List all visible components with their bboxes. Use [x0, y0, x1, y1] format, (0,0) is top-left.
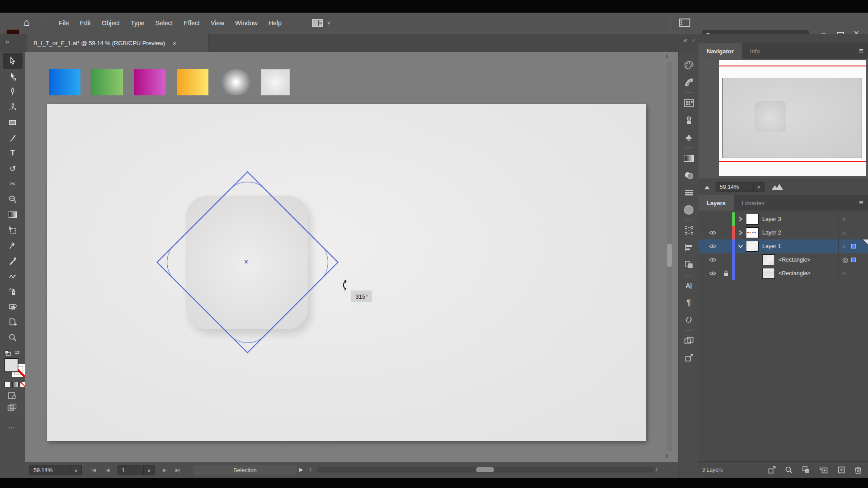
- target-circle-icon[interactable]: ○: [842, 243, 851, 250]
- zoom-in-icon[interactable]: [771, 183, 784, 191]
- transform-panel-icon[interactable]: [679, 222, 699, 239]
- stroke-panel-icon[interactable]: [679, 184, 699, 201]
- clipping-mask-icon[interactable]: [802, 466, 810, 474]
- selection-tool[interactable]: [3, 53, 23, 69]
- opentype-panel-icon[interactable]: O: [679, 311, 699, 328]
- shaper-tool[interactable]: [3, 268, 23, 284]
- horizontal-scrollbar-thumb[interactable]: [476, 467, 494, 472]
- object-name[interactable]: <Rectangle>: [778, 257, 838, 263]
- canvas-area[interactable]: x 315° ∧ ∨: [25, 52, 678, 462]
- layer-name[interactable]: Layer 3: [762, 216, 838, 222]
- zoom-tool[interactable]: [3, 330, 23, 345]
- shape-builder-tool[interactable]: [3, 299, 23, 314]
- character-panel-icon[interactable]: A|: [679, 277, 699, 294]
- artboard-dropdown-icon[interactable]: ∨: [144, 465, 155, 475]
- gradient-panel-icon[interactable]: [679, 150, 699, 167]
- hscroll-right-icon[interactable]: ›: [656, 465, 658, 473]
- swap-fill-stroke-icon[interactable]: ⇄: [15, 349, 19, 356]
- layer-row-layer1[interactable]: Layer 1 ○: [698, 239, 868, 253]
- tab-info[interactable]: Info: [742, 43, 768, 59]
- appearance-panel-icon[interactable]: [679, 201, 699, 218]
- status-menu-icon[interactable]: ▶: [299, 467, 303, 473]
- layer-thumbnail[interactable]: [746, 227, 759, 238]
- rectangle-tool[interactable]: [3, 115, 23, 130]
- fill-color-well[interactable]: [5, 358, 18, 372]
- visibility-toggle[interactable]: [705, 271, 720, 276]
- visibility-toggle[interactable]: [705, 230, 720, 235]
- delete-layer-icon[interactable]: [854, 466, 862, 474]
- navigator-preview[interactable]: [698, 59, 868, 178]
- pathfinder-panel-icon[interactable]: [679, 256, 699, 273]
- align-panel-icon[interactable]: [679, 239, 699, 256]
- object-name[interactable]: <Rectangle>: [778, 270, 838, 277]
- panel-toggle-icon[interactable]: [679, 19, 690, 27]
- symbol-sprayer-tool[interactable]: [3, 284, 23, 299]
- artboard-number-field[interactable]: 1: [118, 465, 144, 475]
- target-circle-icon[interactable]: ○: [842, 270, 851, 277]
- pen-tool[interactable]: [3, 84, 23, 99]
- layer-name[interactable]: Layer 2: [762, 230, 838, 236]
- toolbar-flyout-icon[interactable]: »: [5, 38, 9, 45]
- new-layer-icon[interactable]: [837, 466, 845, 474]
- asset-export-panel-icon[interactable]: [679, 349, 699, 366]
- selection-indicator[interactable]: [851, 244, 856, 249]
- scroll-down-icon[interactable]: ∨: [665, 452, 669, 459]
- menu-edit[interactable]: Edit: [75, 13, 96, 34]
- color-mode-gradient[interactable]: [12, 382, 19, 387]
- previous-artboard-button[interactable]: ◀: [106, 467, 109, 473]
- scroll-up-icon[interactable]: ∧: [665, 53, 669, 60]
- panel-collapse-icon[interactable]: «: [684, 37, 687, 44]
- blend-tool[interactable]: [3, 192, 23, 207]
- statusbar-zoom-field[interactable]: 59.14%: [29, 465, 71, 475]
- menu-help[interactable]: Help: [263, 13, 287, 34]
- last-artboard-button[interactable]: ▶|: [175, 467, 179, 473]
- swatch-magenta-gradient[interactable]: [134, 69, 165, 95]
- swatch-blue-gradient[interactable]: [49, 69, 80, 95]
- close-document-icon[interactable]: ×: [172, 39, 176, 47]
- layer-row-rectangle2[interactable]: <Rectangle> ○: [698, 267, 868, 280]
- default-fill-stroke-icon[interactable]: [5, 350, 11, 356]
- tab-libraries[interactable]: Libraries: [734, 195, 773, 211]
- target-circle-icon[interactable]: ○: [842, 216, 851, 223]
- tab-navigator[interactable]: Navigator: [698, 43, 742, 59]
- rotate-tool[interactable]: ↺: [3, 161, 23, 176]
- selection-indicator[interactable]: [851, 258, 856, 262]
- layers-panel-menu-icon[interactable]: ≡: [859, 198, 863, 207]
- color-guide-panel-icon[interactable]: [679, 74, 699, 91]
- menu-effect[interactable]: Effect: [178, 13, 205, 34]
- brushes-panel-icon[interactable]: [679, 112, 699, 129]
- menu-file[interactable]: File: [53, 13, 75, 34]
- screen-mode-icon[interactable]: [7, 404, 17, 411]
- collect-for-export-icon[interactable]: [768, 466, 776, 474]
- scissors-tool[interactable]: ✂: [3, 176, 23, 192]
- menu-view[interactable]: View: [205, 13, 230, 34]
- lock-icon[interactable]: [720, 270, 732, 277]
- paintbrush-tool[interactable]: [3, 130, 23, 145]
- visibility-toggle[interactable]: [705, 244, 720, 249]
- locate-object-icon[interactable]: [785, 466, 793, 474]
- direct-selection-tool[interactable]: [3, 69, 23, 84]
- vertical-scrollbar-thumb[interactable]: [667, 244, 672, 267]
- draw-modes-icon[interactable]: [8, 392, 17, 399]
- artboard-tool[interactable]: [3, 314, 23, 330]
- layer-name[interactable]: Layer 1: [762, 243, 838, 249]
- chevron-right-icon[interactable]: [735, 230, 746, 235]
- zoom-out-icon[interactable]: [703, 184, 711, 190]
- arrange-documents-icon[interactable]: [312, 19, 323, 27]
- swatch-radial-white[interactable]: [220, 69, 252, 95]
- home-icon[interactable]: ⌂: [24, 16, 30, 28]
- edit-toolbar-icon[interactable]: ⋯: [8, 423, 15, 432]
- gradient-tool[interactable]: [3, 207, 23, 222]
- menu-type[interactable]: Type: [125, 13, 150, 34]
- layer-row-layer2[interactable]: Layer 2 ○: [698, 226, 868, 239]
- chevron-down-icon[interactable]: [735, 244, 746, 249]
- panel-arrow-icon[interactable]: ‹: [693, 37, 694, 43]
- layer-thumbnail[interactable]: [746, 241, 759, 252]
- artboard[interactable]: [47, 104, 646, 441]
- chevron-right-icon[interactable]: [735, 216, 746, 222]
- free-transform-tool[interactable]: [3, 222, 23, 238]
- navigator-zoom-field[interactable]: 59.14%: [716, 182, 754, 192]
- swatch-light-gray[interactable]: [261, 69, 290, 95]
- color-panel-icon[interactable]: [679, 56, 699, 74]
- layer-row-layer3[interactable]: Layer 3 ○: [698, 212, 868, 226]
